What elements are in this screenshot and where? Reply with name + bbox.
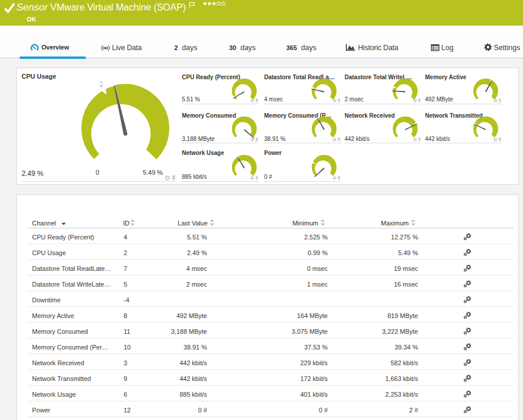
svg-text:x: x (100, 82, 103, 89)
